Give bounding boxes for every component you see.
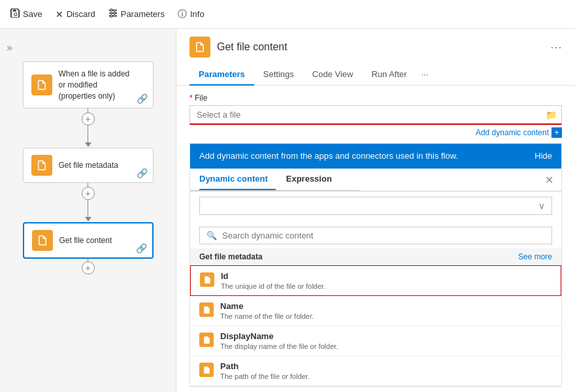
svg-point-3 xyxy=(110,9,112,12)
result-path-icon xyxy=(199,363,214,377)
flow-node-trigger[interactable]: When a file is addedor modified(properti… xyxy=(23,61,154,108)
params-content: * File 📁 Add dynamic content + Add dynam… xyxy=(176,86,575,392)
expand-button[interactable]: » xyxy=(7,42,12,54)
tab-parameters[interactable]: Parameters xyxy=(189,65,254,86)
dynamic-info-bar: Add dynamic content from the apps and co… xyxy=(190,144,561,169)
other-field-wrap: ∨ xyxy=(199,197,552,215)
parameters-label: Parameters xyxy=(121,9,165,19)
collapse-button[interactable]: ⋯ xyxy=(550,40,562,54)
content-text: Get file content xyxy=(59,235,112,246)
flow-canvas: » When a file is addedor modified(proper… xyxy=(0,29,176,392)
result-id-name: Id xyxy=(221,271,325,281)
tab-expression[interactable]: Expression xyxy=(286,169,340,190)
trigger-text: When a file is addedor modified(properti… xyxy=(59,69,130,101)
dynamic-search-input[interactable] xyxy=(222,231,545,240)
info-button[interactable]: ⓘ Info xyxy=(178,8,205,20)
svg-point-5 xyxy=(110,15,112,18)
tab-more[interactable]: ··· xyxy=(416,65,434,85)
save-button[interactable]: Save xyxy=(10,8,42,20)
group-header-label: Get file metadata xyxy=(199,252,263,261)
add-dynamic-bar: Add dynamic content + xyxy=(189,125,562,143)
tab-settings[interactable]: Settings xyxy=(254,65,303,86)
metadata-icon xyxy=(31,155,52,176)
metadata-link-icon: 🔗 xyxy=(137,168,148,178)
other-field-input[interactable] xyxy=(206,201,533,211)
results-group-header: Get file metadata See more xyxy=(190,248,561,265)
result-id-content: Id The unique id of the file or folder. xyxy=(221,271,325,290)
add-dynamic-label: Add dynamic content xyxy=(476,128,549,137)
flow-node-metadata[interactable]: Get file metadata 🔗 xyxy=(23,148,154,183)
parameters-icon xyxy=(108,8,118,20)
tab-run-after[interactable]: Run After xyxy=(362,65,416,86)
result-displayname-name: DisplayName xyxy=(220,331,338,341)
close-dynamic-button[interactable]: ✕ xyxy=(545,174,561,186)
dynamic-hide-button[interactable]: Hide xyxy=(534,150,552,162)
action-title: Get file content xyxy=(217,41,288,53)
discard-button[interactable]: ✕ Discard xyxy=(56,9,95,20)
search-icon: 🔍 xyxy=(206,231,217,240)
save-icon xyxy=(10,8,20,20)
flow-node-content[interactable]: Get file content 🔗 xyxy=(23,222,154,259)
result-id-icon xyxy=(200,272,214,287)
result-name-desc: The name of the file or folder. xyxy=(220,312,314,320)
dynamic-content-tabs: Dynamic content Expression xyxy=(190,169,359,191)
result-path-name: Path xyxy=(220,361,310,371)
result-item-name[interactable]: Name The name of the file or folder. xyxy=(190,296,561,326)
result-name-name: Name xyxy=(220,301,314,311)
dynamic-search-wrap: 🔍 xyxy=(190,220,561,248)
result-item-displayname[interactable]: DisplayName The display name of the file… xyxy=(190,326,561,356)
result-item-id[interactable]: Id The unique id of the file or folder. xyxy=(190,265,561,296)
see-more-button[interactable]: See more xyxy=(518,252,552,261)
connector-2: + xyxy=(82,183,95,204)
result-displayname-content: DisplayName The display name of the file… xyxy=(220,331,338,350)
info-icon: ⓘ xyxy=(178,8,187,20)
tab-dynamic-content[interactable]: Dynamic content xyxy=(199,169,276,190)
result-name-icon xyxy=(199,302,214,317)
info-label: Info xyxy=(190,9,205,19)
add-step-1[interactable]: + xyxy=(82,112,95,125)
action-tabs: Parameters Settings Code View Run After … xyxy=(176,60,575,86)
dynamic-search-box: 🔍 xyxy=(199,227,552,244)
connector-3: + xyxy=(82,259,95,274)
folder-icon: 📁 xyxy=(546,110,557,120)
arrow-1 xyxy=(85,129,91,148)
content-link-icon: 🔗 xyxy=(136,243,147,253)
tab-code-view[interactable]: Code View xyxy=(303,65,363,86)
arrow-2 xyxy=(85,204,91,222)
file-input[interactable] xyxy=(189,105,562,125)
action-header-icon xyxy=(189,37,210,57)
main-layout: » When a file is addedor modified(proper… xyxy=(0,29,575,392)
content-icon xyxy=(32,230,53,251)
metadata-text: Get file metadata xyxy=(59,160,118,171)
add-step-3[interactable]: + xyxy=(82,261,95,274)
result-id-desc: The unique id of the file or folder. xyxy=(221,282,325,290)
dynamic-results: Get file metadata See more Id The unique… xyxy=(190,248,561,386)
add-dynamic-plus-icon: + xyxy=(551,127,562,138)
parameters-button[interactable]: Parameters xyxy=(108,8,165,20)
save-label: Save xyxy=(23,9,42,19)
svg-point-4 xyxy=(114,12,116,14)
result-name-content: Name The name of the file or folder. xyxy=(220,301,314,320)
trigger-link-icon: 🔗 xyxy=(137,93,148,104)
result-path-desc: The path of the file or folder. xyxy=(220,372,310,380)
file-input-wrap: 📁 xyxy=(189,105,562,125)
add-step-2[interactable]: + xyxy=(82,187,95,200)
file-field-label: * File xyxy=(189,93,562,103)
connector-1: + xyxy=(82,108,95,129)
dynamic-info-text: Add dynamic content from the apps and co… xyxy=(199,150,534,162)
result-path-content: Path The path of the file or folder. xyxy=(220,361,310,380)
result-item-path[interactable]: Path The path of the file or folder. xyxy=(190,356,561,386)
chevron-down-icon: ∨ xyxy=(538,201,545,211)
right-panel: Get file content ⋯ Parameters Settings C… xyxy=(176,29,575,392)
discard-icon: ✕ xyxy=(56,9,63,20)
discard-label: Discard xyxy=(67,9,95,19)
action-header: Get file content ⋯ xyxy=(176,29,575,57)
trigger-icon xyxy=(31,74,52,95)
add-dynamic-button[interactable]: Add dynamic content + xyxy=(476,127,562,138)
toolbar: Save ✕ Discard Parameters ⓘ Info xyxy=(0,0,575,29)
result-displayname-desc: The display name of the file or folder. xyxy=(220,342,338,350)
required-star: * xyxy=(189,93,195,103)
dynamic-panel: Add dynamic content from the apps and co… xyxy=(189,143,562,387)
result-displayname-icon xyxy=(199,333,214,347)
